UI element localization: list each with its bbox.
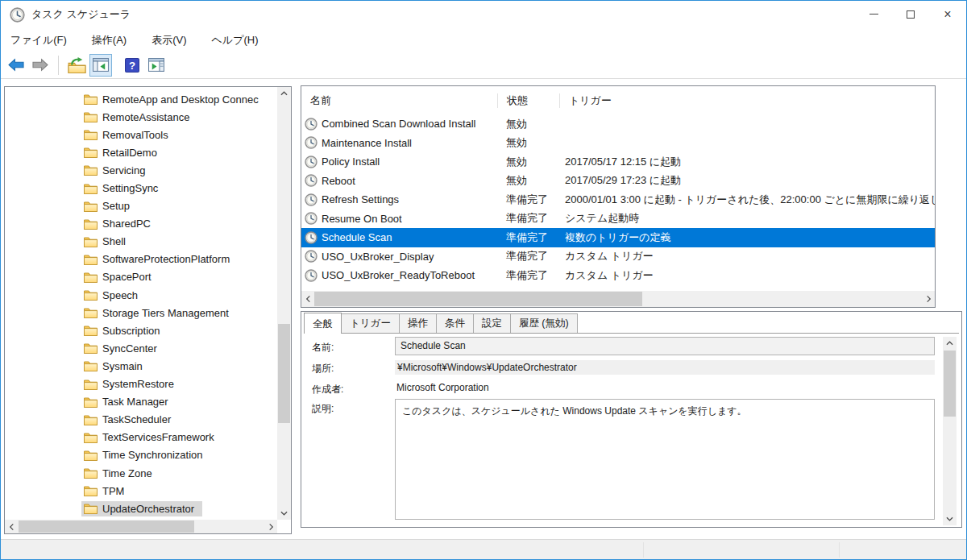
scroll-up-arrow[interactable] bbox=[943, 337, 957, 350]
tree-item-label: TPM bbox=[102, 485, 124, 497]
tree-item-label: SystemRestore bbox=[102, 378, 174, 390]
maximize-button[interactable] bbox=[892, 1, 929, 27]
task-clock-icon bbox=[305, 269, 317, 282]
console-tree-toggle-button[interactable] bbox=[89, 54, 112, 77]
tree-item[interactable]: Sysmain bbox=[5, 357, 277, 375]
tree-item[interactable]: UpdateOrchestrator bbox=[5, 500, 277, 517]
tree-item[interactable]: SoftwareProtectionPlatform bbox=[5, 251, 277, 268]
tree-item[interactable]: SettingSync bbox=[5, 179, 277, 197]
tree-item[interactable]: TextServicesFramework bbox=[5, 429, 277, 446]
tree-item[interactable]: RemoteApp and Desktop Connec bbox=[5, 90, 277, 108]
tree-item[interactable]: SharedPC bbox=[5, 215, 277, 233]
tree-item[interactable]: Storage Tiers Management bbox=[5, 304, 277, 321]
tree-hscroll-thumb[interactable] bbox=[19, 521, 194, 533]
task-row[interactable]: Schedule Scan準備完了複数のトリガーの定義 bbox=[301, 228, 935, 247]
menu-item-help[interactable]: ヘルプ(H) bbox=[206, 29, 264, 52]
help-icon bbox=[125, 58, 139, 73]
task-status: 準備完了 bbox=[498, 211, 560, 226]
tree-item[interactable]: Task Manager bbox=[5, 393, 277, 411]
back-button[interactable] bbox=[5, 54, 27, 77]
task-row[interactable]: Combined Scan Download Install無効 bbox=[301, 114, 935, 134]
menu-item-action[interactable]: 操作(A) bbox=[86, 29, 132, 52]
tree-item[interactable]: RemovalTools bbox=[5, 126, 277, 143]
tree-item[interactable]: SpacePort bbox=[5, 268, 277, 286]
scroll-down-arrow[interactable] bbox=[277, 507, 291, 520]
help-button[interactable] bbox=[121, 54, 143, 77]
tree-item[interactable]: TaskScheduler bbox=[5, 411, 277, 429]
task-row[interactable]: USO_UxBroker_Display準備完了カスタム トリガー bbox=[301, 247, 935, 267]
detail-vertical-scrollbar[interactable] bbox=[943, 337, 957, 525]
task-name: Resume On Boot bbox=[322, 213, 402, 225]
menu-item-view[interactable]: 表示(V) bbox=[146, 29, 192, 52]
tree-item[interactable]: TPM bbox=[5, 482, 277, 500]
task-description-field[interactable]: このタスクは、スケジュールされた Windows Update スキャンを実行し… bbox=[395, 399, 935, 520]
tree-vscroll-thumb[interactable] bbox=[278, 324, 290, 423]
close-icon: × bbox=[944, 8, 951, 21]
task-trigger: カスタム トリガー bbox=[560, 249, 935, 263]
folder-icon bbox=[84, 396, 98, 408]
tree-item[interactable]: Subscription bbox=[5, 321, 277, 339]
maximize-icon bbox=[907, 10, 915, 19]
task-row[interactable]: Reboot無効2017/05/29 17:23 に起動 bbox=[301, 172, 935, 191]
task-trigger: 複数のトリガーの定義 bbox=[560, 230, 935, 245]
menu-item-file[interactable]: ファイル(F) bbox=[5, 29, 73, 52]
action-pane-toggle-icon bbox=[148, 58, 164, 72]
tree-item-label: SpacePort bbox=[102, 271, 151, 283]
task-row[interactable]: Resume On Boot準備完了システム起動時 bbox=[301, 209, 935, 229]
tree-item[interactable]: Servicing bbox=[5, 161, 277, 179]
forward-button[interactable] bbox=[29, 54, 52, 77]
task-row[interactable]: Maintenance Install無効 bbox=[301, 134, 935, 153]
task-clock-icon bbox=[305, 156, 317, 168]
tree-item[interactable]: Time Zone bbox=[5, 464, 277, 482]
task-status: 準備完了 bbox=[498, 249, 560, 263]
task-row[interactable]: USO_UxBroker_ReadyToReboot準備完了カスタム トリガー bbox=[301, 266, 935, 285]
detail-vscroll-thumb[interactable] bbox=[944, 351, 956, 417]
tab-general[interactable]: 全般 bbox=[304, 313, 342, 334]
close-button[interactable]: × bbox=[929, 1, 966, 27]
tree-item[interactable]: Speech bbox=[5, 286, 277, 304]
task-name-field[interactable]: Schedule Scan bbox=[395, 337, 935, 355]
tree-item[interactable]: Shell bbox=[5, 233, 277, 251]
scroll-up-arrow[interactable] bbox=[277, 87, 291, 100]
minimize-button[interactable] bbox=[855, 1, 892, 27]
tasklist-horizontal-scrollbar[interactable] bbox=[301, 291, 935, 307]
folder-icon bbox=[84, 129, 98, 140]
tree-item[interactable]: Setup bbox=[5, 197, 277, 215]
console-tree-toggle-icon bbox=[93, 58, 109, 72]
task-row[interactable]: Policy Install無効2017/05/17 12:15 に起動 bbox=[301, 152, 935, 172]
tree-item[interactable]: SystemRestore bbox=[5, 375, 277, 393]
tasklist-hscroll-thumb[interactable] bbox=[314, 292, 642, 306]
column-header[interactable]: トリガー bbox=[560, 93, 935, 108]
tab-3[interactable]: 条件 bbox=[436, 313, 474, 333]
tree-horizontal-scrollbar[interactable] bbox=[5, 520, 277, 533]
tab-1[interactable]: トリガー bbox=[341, 313, 400, 333]
scroll-down-arrow[interactable] bbox=[943, 512, 957, 525]
scroll-right-arrow[interactable] bbox=[922, 291, 935, 307]
tab-5[interactable]: 履歴 (無効) bbox=[510, 313, 578, 333]
column-header[interactable]: 状態 bbox=[498, 93, 560, 108]
tree-vertical-scrollbar[interactable] bbox=[277, 87, 291, 520]
task-detail-panel: 全般トリガー操作条件設定履歴 (無効) 名前: Schedule Scan 場所… bbox=[301, 311, 962, 528]
scroll-left-arrow[interactable] bbox=[5, 520, 18, 533]
menu-bar: ファイル(F)操作(A)表示(V)ヘルプ(H) bbox=[1, 28, 966, 52]
tree-item[interactable]: RemoteAssistance bbox=[5, 108, 277, 126]
task-row[interactable]: Refresh Settings準備完了2000/01/01 3:00 に起動 … bbox=[301, 190, 935, 209]
tab-4[interactable]: 設定 bbox=[473, 313, 511, 333]
action-pane-toggle-button[interactable] bbox=[145, 54, 168, 77]
folder-icon bbox=[84, 467, 98, 479]
tab-2[interactable]: 操作 bbox=[399, 313, 437, 333]
scroll-right-arrow[interactable] bbox=[264, 520, 277, 533]
task-clock-icon bbox=[305, 118, 317, 131]
task-list-rows: Combined Scan Download Install無効Maintena… bbox=[301, 114, 935, 285]
tree-item[interactable]: RetailDemo bbox=[5, 143, 277, 161]
tree-item-label: Sysmain bbox=[102, 360, 143, 372]
task-clock-icon bbox=[305, 193, 317, 206]
tree-item[interactable]: Time Synchronization bbox=[5, 446, 277, 464]
task-status: 無効 bbox=[498, 135, 560, 150]
up-one-level-button[interactable] bbox=[65, 54, 88, 77]
column-header[interactable]: 名前 bbox=[301, 93, 498, 108]
tree-item-label: RemovalTools bbox=[102, 129, 168, 141]
task-trigger: システム起動時 bbox=[560, 211, 935, 226]
scroll-left-arrow[interactable] bbox=[301, 291, 314, 307]
tree-item[interactable]: SyncCenter bbox=[5, 339, 277, 357]
